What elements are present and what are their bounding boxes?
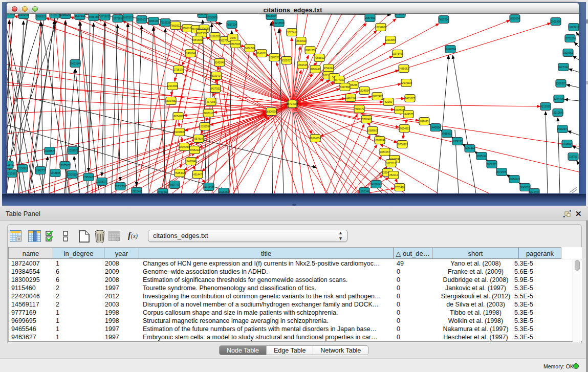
svg-text:417006: 417006 bbox=[207, 100, 215, 103]
svg-text:8990443: 8990443 bbox=[310, 68, 320, 71]
svg-text:12975115: 12975115 bbox=[401, 81, 412, 84]
svg-text:15720407: 15720407 bbox=[361, 118, 372, 121]
svg-text:22975857: 22975857 bbox=[59, 164, 71, 167]
svg-text:19384554: 19384554 bbox=[310, 137, 321, 140]
svg-text:16107552: 16107552 bbox=[165, 99, 177, 102]
svg-text:12353594: 12353594 bbox=[199, 125, 210, 128]
svg-text:1806512: 1806512 bbox=[36, 15, 46, 18]
svg-text:8242848: 8242848 bbox=[214, 61, 225, 64]
svg-text:1903319: 1903319 bbox=[198, 14, 208, 15]
svg-text:16648784: 16648784 bbox=[445, 48, 456, 51]
svg-text:1440954: 1440954 bbox=[430, 126, 441, 129]
svg-text:12942757: 12942757 bbox=[35, 169, 46, 172]
svg-text:19654923: 19654923 bbox=[399, 127, 410, 130]
svg-text:21364456: 21364456 bbox=[345, 96, 356, 99]
svg-text:7857224: 7857224 bbox=[227, 23, 237, 26]
svg-text:20206576: 20206576 bbox=[44, 149, 55, 152]
svg-text:557834: 557834 bbox=[194, 137, 203, 140]
svg-text:16782759: 16782759 bbox=[115, 185, 126, 188]
svg-text:12400948: 12400948 bbox=[185, 160, 197, 163]
svg-text:11123419: 11123419 bbox=[568, 26, 579, 29]
svg-text:899695: 899695 bbox=[420, 120, 429, 123]
svg-text:116753: 116753 bbox=[569, 155, 578, 158]
svg-text:252214: 252214 bbox=[389, 173, 398, 177]
svg-text:6879197: 6879197 bbox=[452, 140, 463, 143]
svg-text:15692971: 15692971 bbox=[557, 127, 568, 130]
svg-text:12923466: 12923466 bbox=[131, 190, 142, 193]
svg-text:10654122: 10654122 bbox=[509, 178, 520, 181]
svg-text:8031414: 8031414 bbox=[211, 74, 222, 77]
svg-text:14914479: 14914479 bbox=[192, 173, 203, 176]
svg-text:2718170: 2718170 bbox=[173, 68, 184, 71]
svg-text:9084067: 9084067 bbox=[380, 150, 390, 154]
svg-text:7625402: 7625402 bbox=[175, 171, 185, 174]
svg-text:16053809: 16053809 bbox=[395, 14, 406, 15]
svg-text:19654985: 19654985 bbox=[172, 115, 184, 118]
svg-text:1921850: 1921850 bbox=[551, 20, 561, 23]
svg-text:3267110: 3267110 bbox=[203, 112, 213, 115]
svg-text:8322037: 8322037 bbox=[281, 59, 292, 62]
svg-text:9329961: 9329961 bbox=[563, 51, 573, 54]
svg-text:20053346: 20053346 bbox=[70, 62, 81, 65]
svg-text:10358177: 10358177 bbox=[96, 180, 107, 183]
svg-text:6466160: 6466160 bbox=[89, 15, 99, 18]
svg-text:10973493: 10973493 bbox=[392, 52, 403, 55]
svg-text:18300295: 18300295 bbox=[266, 110, 277, 113]
svg-text:2867608: 2867608 bbox=[230, 42, 241, 46]
svg-text:9146821: 9146821 bbox=[256, 52, 267, 55]
svg-text:11325419: 11325419 bbox=[286, 31, 297, 34]
svg-text:8215955: 8215955 bbox=[540, 105, 551, 108]
svg-text:10807487: 10807487 bbox=[372, 95, 383, 98]
svg-text:6497568: 6497568 bbox=[340, 85, 350, 89]
svg-text:8427552: 8427552 bbox=[210, 87, 221, 90]
svg-text:1292346: 1292346 bbox=[359, 190, 369, 193]
svg-text:1143198: 1143198 bbox=[50, 171, 60, 174]
svg-text:10671955: 10671955 bbox=[112, 17, 123, 20]
svg-text:10688609: 10688609 bbox=[367, 129, 378, 132]
svg-text:1449575: 1449575 bbox=[403, 113, 413, 116]
svg-text:8186328: 8186328 bbox=[210, 35, 220, 38]
svg-text:9463627: 9463627 bbox=[405, 97, 415, 100]
svg-text:16543362: 16543362 bbox=[192, 38, 203, 41]
svg-text:8454749: 8454749 bbox=[245, 47, 255, 50]
svg-text:4498222: 4498222 bbox=[189, 148, 200, 151]
svg-text:12156819: 12156819 bbox=[17, 167, 28, 170]
svg-text:8813054: 8813054 bbox=[266, 14, 276, 17]
svg-text:22420046: 22420046 bbox=[185, 52, 196, 55]
svg-text:3911341: 3911341 bbox=[7, 163, 13, 166]
svg-text:9245052: 9245052 bbox=[520, 186, 530, 189]
svg-text:8660124: 8660124 bbox=[182, 27, 192, 30]
svg-text:9827509: 9827509 bbox=[197, 32, 207, 35]
svg-text:17957425: 17957425 bbox=[83, 176, 94, 179]
svg-text:20691406: 20691406 bbox=[18, 14, 29, 16]
svg-text:7515526: 7515526 bbox=[160, 21, 170, 24]
svg-text:1588520: 1588520 bbox=[269, 56, 279, 59]
svg-text:15751074: 15751074 bbox=[564, 37, 576, 40]
svg-text:10046788: 10046788 bbox=[179, 145, 190, 148]
svg-text:18807249: 18807249 bbox=[374, 139, 385, 142]
svg-text:19166827: 19166827 bbox=[174, 130, 185, 134]
svg-text:6466160: 6466160 bbox=[148, 19, 159, 23]
svg-text:19218506: 19218506 bbox=[273, 21, 285, 25]
svg-text:10719155: 10719155 bbox=[99, 15, 111, 18]
svg-text:2087682: 2087682 bbox=[365, 16, 375, 19]
svg-text:9245052: 9245052 bbox=[529, 191, 539, 193]
svg-text:2935114: 2935114 bbox=[476, 155, 486, 158]
svg-text:1527602: 1527602 bbox=[137, 18, 147, 21]
svg-text:1215681: 1215681 bbox=[7, 172, 17, 175]
svg-text:8938923: 8938923 bbox=[442, 132, 452, 135]
svg-text:9457771: 9457771 bbox=[169, 183, 180, 186]
svg-text:12213967: 12213967 bbox=[385, 38, 396, 41]
svg-text:1313233: 1313233 bbox=[219, 190, 229, 193]
svg-text:12359928: 12359928 bbox=[67, 149, 78, 152]
svg-text:10655267: 10655267 bbox=[60, 14, 71, 16]
svg-text:14136141: 14136141 bbox=[371, 183, 382, 186]
svg-text:19756923: 19756923 bbox=[397, 143, 408, 146]
svg-text:7632621: 7632621 bbox=[487, 163, 497, 166]
svg-text:19551279: 19551279 bbox=[49, 14, 60, 16]
svg-text:9227342: 9227342 bbox=[558, 65, 569, 69]
svg-text:1527602: 1527602 bbox=[75, 14, 85, 17]
svg-text:1546: 1546 bbox=[230, 36, 235, 39]
svg-text:12213382: 12213382 bbox=[167, 84, 178, 87]
svg-text:62160: 62160 bbox=[385, 100, 392, 103]
